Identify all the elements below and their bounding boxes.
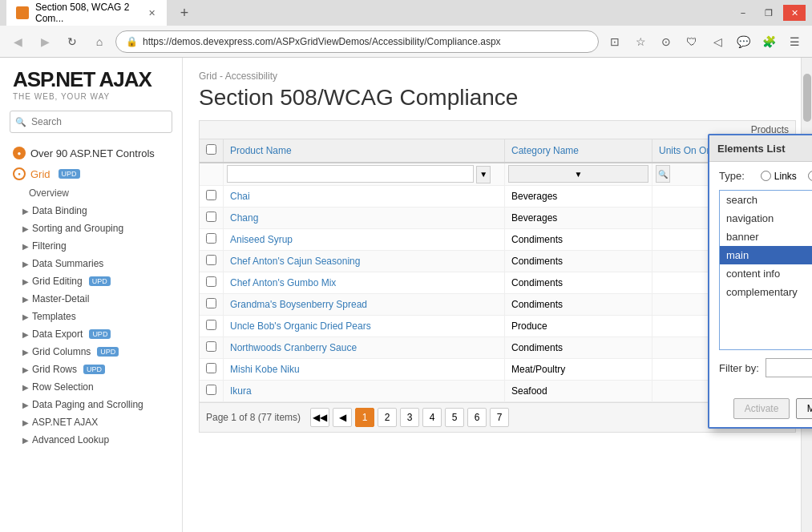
sidebar-group-ajax[interactable]: ▶ ASP.NET AJAX <box>0 413 182 431</box>
page-3-btn[interactable]: 3 <box>400 408 419 427</box>
row-checkbox-7[interactable] <box>206 341 216 352</box>
row-checkbox-9[interactable] <box>206 385 216 395</box>
sidebar-group-masterdetail[interactable]: ▶ Master-Detail <box>0 290 182 308</box>
radio-links-input[interactable] <box>761 171 771 181</box>
cast-icon[interactable]: ⊡ <box>604 30 626 53</box>
search-box[interactable]: 🔍 <box>10 111 172 133</box>
sidebar-group-paging[interactable]: ▶ Data Paging and Scrolling <box>0 396 182 413</box>
row-checkbox-2[interactable] <box>206 233 216 244</box>
grid-badge: UPD <box>59 169 80 179</box>
row-checkbox-4[interactable] <box>206 276 216 287</box>
sidebar-group-rowselection[interactable]: ▶ Row Selection <box>0 378 182 396</box>
sidebar-group-filtering[interactable]: ▶ Filtering <box>0 237 182 255</box>
sidebar-item-grid[interactable]: Grid UPD <box>0 163 182 184</box>
sidebar-item-controls[interactable]: Over 90 ASP.NET Controls <box>0 143 182 163</box>
list-item-complementary[interactable]: complementary <box>720 283 812 301</box>
radio-headings-input[interactable] <box>808 171 812 181</box>
elements-list[interactable]: search navigation banner main content in… <box>719 190 812 350</box>
prev-page-btn[interactable]: ◀ <box>333 408 352 427</box>
select-all-checkbox[interactable] <box>206 144 216 155</box>
product-link-5[interactable]: Grandma's Boysenberry Spread <box>230 299 367 310</box>
menu-icon[interactable]: ☰ <box>783 30 806 53</box>
sidebar-item-controls-label: Over 90 ASP.NET Controls <box>30 147 155 159</box>
url-text: https://demos.devexpress.com/ASPxGridVie… <box>143 36 501 47</box>
product-link-3[interactable]: Chef Anton's Cajun Seasoning <box>230 256 360 267</box>
filter-by-input[interactable] <box>766 358 812 377</box>
row-checkbox-0[interactable] <box>206 190 216 200</box>
list-item-search[interactable]: search <box>720 191 812 209</box>
sidebar-group-rows[interactable]: ▶ Grid Rows UPD <box>0 361 182 378</box>
sidebar-group-editing[interactable]: ▶ Grid Editing UPD <box>0 272 182 290</box>
list-item-navigation[interactable]: navigation <box>720 209 812 228</box>
product-link-2[interactable]: Aniseed Syrup <box>230 234 293 245</box>
sidebar-group-templates[interactable]: ▶ Templates <box>0 308 182 325</box>
row-checkbox-6[interactable] <box>206 320 216 330</box>
first-page-btn[interactable]: ◀◀ <box>310 408 329 427</box>
filter-product-input[interactable] <box>227 165 474 183</box>
home-button[interactable]: ⌂ <box>88 30 111 53</box>
list-item-main[interactable]: main <box>720 246 812 264</box>
grid-body: Chai Beverages Chang Beverages Aniseed S… <box>200 185 795 401</box>
product-link-4[interactable]: Chef Anton's Gumbo Mix <box>230 277 336 288</box>
table-row: Northwoods Cranberry Sauce Condiments <box>200 337 795 358</box>
row-checkbox-5[interactable] <box>206 298 216 308</box>
comment-icon[interactable]: 💬 <box>732 30 754 53</box>
modal-title: Elements List <box>717 143 786 155</box>
row-checkbox-1[interactable] <box>206 212 216 222</box>
product-link-6[interactable]: Uncle Bob's Organic Dried Pears <box>230 320 371 332</box>
page-5-btn[interactable]: 5 <box>445 408 464 427</box>
sidebar-group-export[interactable]: ▶ Data Export UPD <box>0 325 182 343</box>
search-input[interactable] <box>10 111 172 133</box>
filter-units-btn[interactable]: 🔍 <box>656 165 670 183</box>
minimize-button[interactable]: − <box>732 5 754 21</box>
modal-title-bar: Elements List ✕ <box>709 135 812 162</box>
row-checkbox-8[interactable] <box>206 363 216 373</box>
radio-links[interactable]: Links <box>761 171 797 182</box>
sidebar-subitem-overview[interactable]: Overview <box>0 184 182 202</box>
product-link-8[interactable]: Mishi Kobe Niku <box>230 364 300 375</box>
browser-tab[interactable]: Section 508, WCAG 2 Com... ✕ <box>6 0 167 29</box>
address-bar[interactable]: 🔒 https://demos.devexpress.com/ASPxGridV… <box>115 30 599 53</box>
shield-icon[interactable]: 🛡 <box>681 30 703 53</box>
product-link-0[interactable]: Chai <box>230 191 250 202</box>
page-7-btn[interactable]: 7 <box>490 408 509 427</box>
row-checkbox-3[interactable] <box>206 255 216 265</box>
sidebar-group-columns[interactable]: ▶ Grid Columns UPD <box>0 343 182 361</box>
move-to-button[interactable]: Move to <box>796 398 812 419</box>
sort-product-name[interactable]: Product Name <box>230 145 292 156</box>
sidebar-group-advanced[interactable]: ▶ Advanced Lookup <box>0 431 182 449</box>
product-link-1[interactable]: Chang <box>230 212 258 224</box>
tab-close-btn[interactable]: ✕ <box>147 6 157 19</box>
forward-button[interactable]: ▶ <box>34 30 56 53</box>
back-button[interactable]: ◀ <box>6 30 29 53</box>
page-4-btn[interactable]: 4 <box>422 408 442 427</box>
page-6-btn[interactable]: 6 <box>467 408 487 427</box>
sort-category-name[interactable]: Category Name <box>511 145 579 156</box>
back-alt-icon[interactable]: ◁ <box>706 30 729 53</box>
sidebar-group-summaries[interactable]: ▶ Data Summaries <box>0 255 182 272</box>
pagination-bar: Page 1 of 8 (77 items) ◀◀ ◀ 1 2 3 4 5 6 … <box>200 402 795 432</box>
sidebar-section: Over 90 ASP.NET Controls Grid UPD Overvi… <box>0 139 182 452</box>
filter-category-btn[interactable]: ▼ <box>508 165 648 183</box>
bookmark-icon[interactable]: ☆ <box>629 30 652 53</box>
product-link-9[interactable]: Ikura <box>230 385 252 397</box>
page-1-btn[interactable]: 1 <box>355 408 374 427</box>
list-item-banner[interactable]: banner <box>720 228 812 246</box>
radio-headings[interactable]: Headings <box>808 171 812 182</box>
sidebar-group-databinding[interactable]: ▶ Data Binding <box>0 202 182 220</box>
new-tab-button[interactable]: + <box>173 2 196 24</box>
close-button[interactable]: ✕ <box>783 5 806 21</box>
page-2-btn[interactable]: 2 <box>378 408 397 427</box>
refresh-button[interactable]: ↻ <box>61 30 83 53</box>
type-label: Type: <box>719 170 745 182</box>
extension-icon[interactable]: 🧩 <box>757 30 780 53</box>
list-item-content-info[interactable]: content info <box>720 264 812 283</box>
sidebar-group-sorting[interactable]: ▶ Sorting and Grouping <box>0 220 182 237</box>
browser-content: ASP.NET AJAX THE WEB, YOUR WAY 🔍 Over 90… <box>0 58 812 532</box>
filter-product-btn[interactable]: ▼ <box>476 166 491 183</box>
restore-button[interactable]: ❐ <box>757 5 780 21</box>
logo-area: ASP.NET AJAX THE WEB, YOUR WAY <box>0 58 182 104</box>
history-icon[interactable]: ⊙ <box>655 30 677 53</box>
product-link-7[interactable]: Northwoods Cranberry Sauce <box>230 342 357 353</box>
activate-button[interactable]: Activate <box>733 398 790 419</box>
